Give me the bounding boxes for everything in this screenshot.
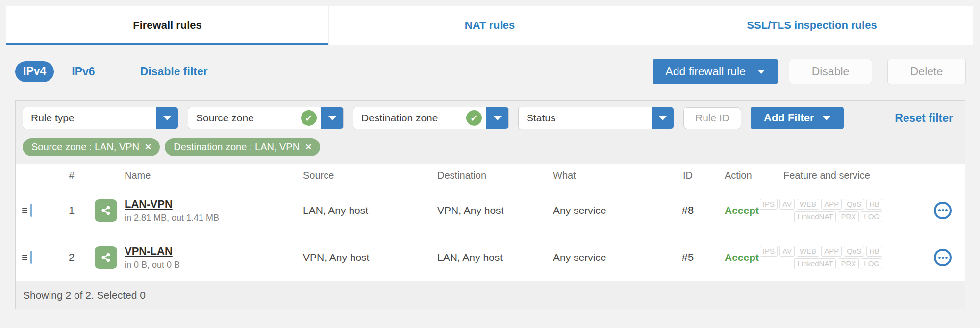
rule-source: LAN, Any host bbox=[303, 205, 437, 216]
badge-ips: IPS bbox=[760, 246, 778, 257]
filter-chip-destination-zone: Destination zone : LAN, VPN ✕ bbox=[165, 138, 320, 156]
row-menu-ellipsis-icon[interactable] bbox=[934, 249, 952, 266]
rule-name-link[interactable]: VPN-LAN bbox=[125, 245, 173, 258]
row-number: 2 bbox=[56, 251, 87, 264]
ipv4-toggle[interactable]: IPv4 bbox=[15, 61, 54, 82]
badge-qos: QoS bbox=[844, 246, 864, 257]
feature-badges: IPS AV WEB APP QoS HB LinkedNAT PRX LOG bbox=[769, 199, 921, 222]
active-filter-chips: Source zone : LAN, VPN ✕ Destination zon… bbox=[16, 129, 965, 156]
filter-dropdown-label: Destination zone bbox=[353, 112, 466, 124]
header-num: # bbox=[56, 170, 87, 181]
tab-filler bbox=[973, 6, 973, 45]
badge-linkednat: LinkedNAT bbox=[794, 258, 836, 269]
badge-ips: IPS bbox=[760, 199, 778, 210]
chevron-down-icon[interactable] bbox=[652, 107, 674, 129]
rule-destination: VPN, Any host bbox=[437, 205, 553, 216]
table-row: 2 VPN-LAN in 0 B, out 0 B VPN, Any host bbox=[16, 234, 965, 281]
rule-id: #5 bbox=[666, 251, 710, 264]
header-action: Action bbox=[710, 170, 769, 181]
rule-id-input[interactable] bbox=[683, 107, 741, 129]
chevron-down-icon bbox=[823, 116, 830, 120]
header-destination: Destination bbox=[437, 170, 553, 181]
delete-button[interactable]: Delete bbox=[887, 59, 966, 84]
table-header-row: # Name Source Destination What ID Action… bbox=[16, 164, 965, 187]
rule-source: VPN, Any host bbox=[303, 252, 437, 263]
filter-dropdown-status[interactable]: Status bbox=[518, 107, 674, 129]
drag-handle-icon[interactable] bbox=[16, 255, 30, 260]
toolbar: IPv4 IPv6 Disable filter Add firewall ru… bbox=[15, 59, 966, 84]
badge-web: WEB bbox=[797, 246, 819, 257]
row-checkbox[interactable] bbox=[30, 251, 32, 264]
add-firewall-rule-label: Add firewall rule bbox=[665, 65, 746, 78]
chevron-down-icon[interactable] bbox=[156, 107, 178, 129]
badge-app: APP bbox=[821, 199, 842, 210]
table-footer: Showing 2 of 2. Selected 0 bbox=[16, 281, 965, 309]
badge-log: LOG bbox=[861, 258, 882, 269]
filter-chip-label: Destination zone : LAN, VPN bbox=[174, 141, 300, 153]
firewall-rules-table: # Name Source Destination What ID Action… bbox=[16, 164, 965, 281]
check-circle-icon: ✓ bbox=[301, 110, 317, 126]
badge-hb: HB bbox=[866, 199, 882, 210]
filter-dropdown-source-zone[interactable]: Source zone ✓ bbox=[188, 107, 344, 129]
check-circle-icon: ✓ bbox=[466, 110, 482, 126]
add-firewall-rule-button[interactable]: Add firewall rule bbox=[653, 59, 778, 84]
filter-chip-label: Source zone : LAN, VPN bbox=[31, 141, 139, 153]
filter-dropdown-destination-zone[interactable]: Destination zone ✓ bbox=[353, 107, 509, 129]
chevron-down-icon[interactable] bbox=[486, 107, 508, 129]
feature-badges: IPS AV WEB APP QoS HB LinkedNAT PRX LOG bbox=[769, 246, 921, 269]
tab-label: SSL/TLS inspection rules bbox=[747, 19, 877, 32]
tab-ssl-tls-inspection-rules[interactable]: SSL/TLS inspection rules bbox=[651, 6, 973, 45]
chevron-down-icon[interactable] bbox=[321, 107, 343, 129]
rule-traffic: in 2.81 MB, out 1.41 MB bbox=[125, 213, 303, 223]
disable-button[interactable]: Disable bbox=[789, 59, 872, 84]
header-what: What bbox=[553, 170, 666, 181]
rule-what: Any service bbox=[553, 252, 666, 263]
tab-firewall-rules[interactable]: Firewall rules bbox=[6, 6, 328, 45]
badge-linkednat: LinkedNAT bbox=[794, 211, 836, 222]
close-icon[interactable]: ✕ bbox=[305, 143, 312, 151]
badge-web: WEB bbox=[797, 199, 819, 210]
filter-dropdown-rule-type[interactable]: Rule type bbox=[23, 107, 178, 129]
rule-what: Any service bbox=[553, 205, 666, 216]
badge-prx: PRX bbox=[838, 211, 859, 222]
badge-hb: HB bbox=[866, 246, 882, 257]
reset-filter-link[interactable]: Reset filter bbox=[895, 112, 958, 125]
rule-id: #8 bbox=[666, 204, 710, 217]
badge-av: AV bbox=[779, 199, 795, 210]
close-icon[interactable]: ✕ bbox=[145, 143, 151, 151]
table-row: 1 LAN-VPN in 2.81 MB, out 1.41 MB LAN, A… bbox=[16, 187, 965, 234]
filter-dropdown-label: Source zone bbox=[188, 112, 301, 124]
zone-share-icon[interactable] bbox=[95, 246, 117, 269]
badge-qos: QoS bbox=[844, 199, 864, 210]
filter-chip-source-zone: Source zone : LAN, VPN ✕ bbox=[23, 138, 160, 156]
rule-name-link[interactable]: LAN-VPN bbox=[125, 198, 173, 211]
rule-traffic: in 0 B, out 0 B bbox=[125, 260, 303, 270]
row-number: 1 bbox=[56, 204, 87, 217]
header-source: Source bbox=[303, 170, 437, 181]
row-menu-ellipsis-icon[interactable] bbox=[934, 202, 952, 219]
drag-handle-icon[interactable] bbox=[16, 208, 30, 213]
badge-av: AV bbox=[779, 246, 795, 257]
tab-nat-rules[interactable]: NAT rules bbox=[328, 6, 651, 45]
add-filter-button[interactable]: Add Filter bbox=[751, 107, 844, 129]
header-feature: Feature and service bbox=[769, 170, 921, 181]
header-id: ID bbox=[666, 170, 710, 181]
tab-bar: Firewall rules NAT rules SSL/TLS inspect… bbox=[6, 6, 973, 45]
badge-prx: PRX bbox=[838, 258, 859, 269]
row-checkbox[interactable] bbox=[30, 204, 32, 217]
add-filter-label: Add Filter bbox=[764, 112, 814, 124]
filter-dropdown-label: Rule type bbox=[23, 112, 156, 124]
badge-log: LOG bbox=[861, 211, 882, 222]
badge-app: APP bbox=[821, 246, 842, 257]
filter-dropdown-label: Status bbox=[519, 112, 652, 124]
header-name: Name bbox=[125, 170, 303, 181]
firewall-rules-panel: Rule type Source zone ✓ Destination zone… bbox=[15, 100, 965, 309]
disable-filter-link[interactable]: Disable filter bbox=[140, 65, 208, 78]
tab-label: NAT rules bbox=[465, 19, 515, 32]
filter-row: Rule type Source zone ✓ Destination zone… bbox=[16, 101, 965, 129]
ipv6-toggle[interactable]: IPv6 bbox=[72, 65, 95, 78]
zone-share-icon[interactable] bbox=[95, 199, 117, 222]
rule-destination: LAN, Any host bbox=[437, 252, 553, 263]
row-count-summary: Showing 2 of 2. Selected 0 bbox=[23, 289, 146, 301]
tab-label: Firewall rules bbox=[133, 19, 202, 32]
